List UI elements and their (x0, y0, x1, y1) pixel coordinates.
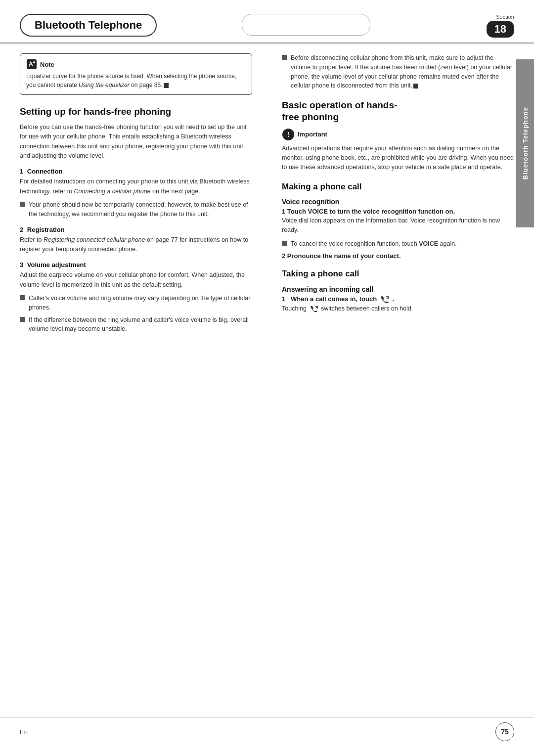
bullet-icon (20, 317, 25, 322)
footer-lang: En (20, 728, 28, 736)
voice-step-1-heading: 1 Touch VOICE to turn the voice recognit… (282, 208, 514, 215)
voice-step-1-body1: Voice dial icon appears on the informati… (282, 216, 514, 235)
svg-text:!: ! (287, 131, 290, 138)
bullet-icon (20, 202, 25, 207)
step-2: 2 Registration Refer to Registering conn… (20, 226, 252, 255)
step-2-title: Registration (27, 226, 65, 233)
bullet-icon (20, 295, 25, 300)
note-box: Note Equalizer curve for the phone sourc… (20, 53, 252, 95)
stop-icon (164, 83, 169, 88)
sidebar-vertical: Bluetooth Telephone (516, 59, 534, 227)
step-3: 3 Volume adjustment Adjust the earpiece … (20, 261, 252, 334)
step-3-bullet-2: If the difference between the ring volum… (20, 315, 252, 334)
important-label: Important (298, 131, 327, 138)
note-label: Note (40, 61, 54, 68)
call-step-1: 1 When a call comes in, touch . Touching (282, 295, 514, 313)
right-column: Before disconnecting cellular phone from… (267, 48, 514, 338)
step-1-bullet-1: Your phone should now be temporarily con… (20, 200, 252, 219)
step-3-heading: 3 Volume adjustment (20, 261, 252, 268)
section-number: 18 (487, 21, 514, 38)
important-box: ! Important (282, 128, 514, 141)
call-step-1-period: . (392, 295, 394, 303)
voice-step-2: 2 Pronounce the name of your contact. (282, 252, 514, 260)
step-1-body: For detailed instructions on connecting … (20, 177, 252, 196)
sidebar-vertical-text: Bluetooth Telephone (522, 107, 529, 179)
right-note-bullet: Before disconnecting cellular phone from… (282, 53, 514, 90)
section-number-area: Section 18 (455, 14, 514, 38)
right-note-text: Before disconnecting cellular phone from… (291, 53, 514, 90)
phone-icon-inline (310, 306, 318, 312)
step-3-body: Adjust the earpiece volume on your cellu… (20, 270, 252, 290)
bullet-icon (282, 241, 287, 246)
call-step-1-heading: 1 When a call comes in, touch . (282, 295, 514, 303)
phone-icon (380, 296, 390, 303)
basic-operation-heading: Basic operation of hands-free phoning (282, 99, 514, 123)
step-1-title: Connection (27, 168, 63, 175)
page: Bluetooth Telephone Section 18 (0, 0, 534, 756)
note-header: Note (26, 59, 245, 70)
bullet-icon (282, 55, 287, 60)
answering-heading: Answering an incoming call (282, 285, 514, 293)
footer-page: 75 (495, 722, 514, 741)
voice-step-1: 1 Touch VOICE to turn the voice recognit… (282, 208, 514, 249)
note-text: Equalizer curve for the phone source is … (26, 72, 245, 89)
setting-up-heading: Setting up for hands-free phoning (20, 106, 252, 118)
section-label: Section (496, 14, 514, 20)
right-col-note: Before disconnecting cellular phone from… (282, 53, 514, 90)
voice-step-1-bullet: To cancel the voice recognition function… (282, 239, 514, 249)
call-step-1-label: 1 When a call comes in, touch (282, 295, 379, 303)
important-icon: ! (282, 128, 295, 141)
step-3-bullet-1: Caller's voice volume and ring volume ma… (20, 294, 252, 312)
bottom-footer: En 75 (0, 717, 534, 741)
step-3-title: Volume adjustment (27, 261, 86, 268)
stop-icon-right (413, 84, 418, 89)
note-icon (26, 59, 37, 70)
voice-step-2-heading: 2 Pronounce the name of your contact. (282, 252, 514, 260)
header-center-box (242, 14, 370, 36)
left-column: Note Equalizer curve for the phone sourc… (20, 48, 267, 338)
main-content: Note Equalizer curve for the phone sourc… (0, 48, 534, 338)
important-text: Advanced operations that require your at… (282, 144, 514, 173)
voice-recognition-heading: Voice recognition (282, 198, 514, 206)
step-2-heading: 2 Registration (20, 226, 252, 233)
making-call-heading: Making a phone call (282, 181, 514, 192)
setting-up-intro: Before you can use the hands-free phonin… (20, 123, 252, 161)
call-step-1-body: Touching switches between callers on hol… (282, 304, 514, 313)
svg-point-1 (33, 61, 35, 63)
step-1-heading: 1 Connection (20, 168, 252, 175)
step-2-body: Refer to Registering connected cellular … (20, 235, 252, 255)
step-1: 1 Connection For detailed instructions o… (20, 168, 252, 219)
top-header: Bluetooth Telephone Section 18 (0, 0, 534, 44)
page-title: Bluetooth Telephone (35, 19, 142, 31)
section-title-box: Bluetooth Telephone (20, 14, 157, 37)
taking-call-heading: Taking a phone call (282, 268, 514, 279)
